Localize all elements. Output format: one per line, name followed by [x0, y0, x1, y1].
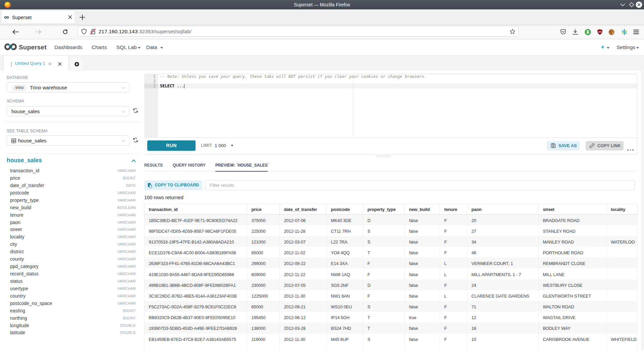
window-minimize-icon[interactable] [620, 3, 626, 7]
superset-logo[interactable] [3, 43, 18, 51]
limit-value[interactable]: 1 000 [215, 143, 226, 148]
lock-disabled-icon[interactable] [90, 28, 96, 35]
table-cell: 2012-11-30 [280, 334, 327, 344]
schema-column-row[interactable]: tenureVARCHAR [10, 212, 136, 220]
column-type: BIGINT [123, 176, 136, 180]
results-column-header[interactable]: paon [467, 204, 539, 215]
copy-to-clipboard-button[interactable]: COPY TO CLIPBOARD [144, 180, 202, 190]
column-type: DOUBLE [120, 323, 136, 327]
pocket-icon[interactable] [558, 27, 569, 37]
schema-column-row[interactable]: longitudeDOUBLE [10, 323, 136, 330]
shield-icon[interactable] [81, 29, 87, 35]
schema-column-row[interactable]: countyVARCHAR [10, 256, 136, 264]
sql-editor[interactable]: 123 -- Note: Unless you save your query,… [144, 74, 637, 137]
nav-data[interactable]: Data [146, 44, 157, 50]
extension-green-icon[interactable] [582, 27, 593, 37]
schema-column-row[interactable]: date_of_transferDATE [10, 183, 136, 190]
schema-column-row[interactable]: property_typeVARCHAR [10, 198, 136, 205]
forward-button[interactable] [33, 27, 44, 37]
schema-column-row[interactable]: countryVARCHAR [10, 293, 136, 301]
copy-link-label: COPY LINK [597, 143, 621, 148]
table-select[interactable]: house_sales [7, 135, 129, 145]
downloads-icon[interactable] [570, 27, 581, 37]
schema-column-row[interactable]: postcodeVARCHAR [10, 190, 136, 198]
results-column-header[interactable]: tenure [440, 204, 467, 215]
scrollbar-track[interactable] [641, 71, 644, 350]
schema-refresh-icon[interactable] [133, 108, 138, 113]
window-close-icon[interactable] [636, 1, 642, 8]
reload-button[interactable] [60, 27, 70, 37]
bookmark-star-icon[interactable] [509, 29, 516, 35]
query-tab-add[interactable] [70, 57, 83, 71]
schema-column-row[interactable]: paonVARCHAR [10, 220, 136, 227]
copy-to-clipboard-label: COPY TO CLIPBOARD [155, 183, 199, 187]
add-query-tab-icon[interactable] [74, 62, 79, 67]
schema-column-row[interactable]: cityVARCHAR [10, 242, 136, 249]
results-table-header: transaction_idpricedate_of_transferpostc… [145, 204, 638, 215]
schema-column-row[interactable]: priceBIGINT [10, 175, 136, 183]
more-options-icon[interactable] [627, 146, 634, 152]
copy-icon [148, 183, 153, 188]
schema-column-row[interactable]: latitudeDOUBLE [10, 330, 136, 337]
nav-sql-lab[interactable]: SQL Lab [116, 44, 137, 50]
table-cell: S [363, 334, 405, 344]
copy-link-button[interactable]: COPY LINK [586, 141, 624, 150]
back-button[interactable] [10, 27, 21, 37]
menu-hamburger-icon[interactable] [631, 27, 641, 37]
brand-name[interactable]: Superset [19, 44, 47, 51]
table-cell: WESTBURY CLOSE [539, 279, 607, 290]
results-column-header[interactable]: postcode [327, 204, 363, 215]
tab-results[interactable]: RESULTS [144, 163, 163, 168]
query-tab-active[interactable]: Untitled Query 1 [3, 56, 69, 71]
schema-column-row[interactable]: new_buildBOOLEAN [10, 205, 136, 212]
browser-tab[interactable]: Superset [1, 11, 75, 24]
database-select[interactable]: trino Trino warehouse [7, 82, 129, 92]
results-column-header[interactable]: transaction_id [145, 204, 247, 215]
query-tab-title[interactable]: Untitled Query 1 [15, 61, 45, 66]
filter-results-input[interactable] [205, 180, 635, 190]
nav-charts[interactable]: Charts [92, 44, 107, 50]
new-tab-icon[interactable] [79, 14, 85, 20]
results-column-header[interactable]: new_build [405, 204, 440, 215]
table-schema-title[interactable]: house_sales [7, 157, 42, 164]
table-cell [606, 268, 638, 279]
table-refresh-icon[interactable] [133, 137, 138, 143]
schema-column-row[interactable]: record_statusVARCHAR [10, 271, 136, 278]
extension-asterisk-icon[interactable] [619, 27, 630, 37]
drag-dots-icon[interactable] [11, 62, 12, 67]
limit-caret-icon[interactable] [231, 145, 233, 146]
nav-settings[interactable]: Settings [616, 44, 635, 50]
save-as-button[interactable]: SAVE AS [547, 141, 580, 150]
schema-column-row[interactable]: transaction_idVARCHAR [10, 168, 136, 175]
schema-column-row[interactable]: districtVARCHAR [10, 249, 136, 256]
results-column-header[interactable]: price [247, 204, 280, 215]
schema-column-row[interactable]: statusVARCHAR [10, 278, 136, 286]
tab-preview[interactable]: PREVIEW: `HOUSE_SALES` [215, 163, 269, 168]
query-tab-close-icon[interactable] [58, 62, 62, 66]
cookie-icon[interactable] [606, 27, 617, 37]
run-button[interactable]: RUN [147, 140, 196, 151]
schema-column-row[interactable]: localityVARCHAR [10, 234, 136, 242]
schema-column-row[interactable]: streetVARCHAR [10, 227, 136, 234]
results-column-header[interactable]: street [539, 204, 607, 215]
schema-column-row[interactable]: eastingBIGINT [10, 308, 136, 315]
select-chevron-icon [121, 140, 125, 142]
schema-column-row[interactable]: northingBIGINT [10, 315, 136, 323]
schema-column-row[interactable]: usertypeVARCHAR [10, 286, 136, 293]
tab-query-history[interactable]: QUERY HISTORY [173, 163, 206, 168]
results-column-header[interactable]: locality [606, 204, 638, 215]
results-column-header[interactable]: date_of_transfer [280, 204, 327, 215]
panel-drag-handle[interactable] [376, 155, 391, 157]
nav-plus-button[interactable]: + [601, 43, 604, 51]
tab-close-icon[interactable] [68, 15, 72, 19]
ublock-shield-icon[interactable]: uO [594, 27, 605, 37]
table-cell: 2012-07-06 [280, 215, 327, 225]
window-maximize-icon[interactable] [629, 2, 635, 8]
schema-column-row[interactable]: ppd_categoryVARCHAR [10, 264, 136, 271]
collapse-caret-icon[interactable] [131, 159, 136, 162]
nav-dashboards[interactable]: Dashboards [54, 44, 83, 50]
url-bar[interactable]: 217.160.120.143:32393/superset/sqllab/ [77, 26, 519, 37]
schema-column-row[interactable]: postcode_no_spaceVARCHAR [10, 301, 136, 308]
results-column-header[interactable]: property_type [363, 204, 405, 215]
schema-select[interactable]: house_sales [7, 106, 129, 116]
